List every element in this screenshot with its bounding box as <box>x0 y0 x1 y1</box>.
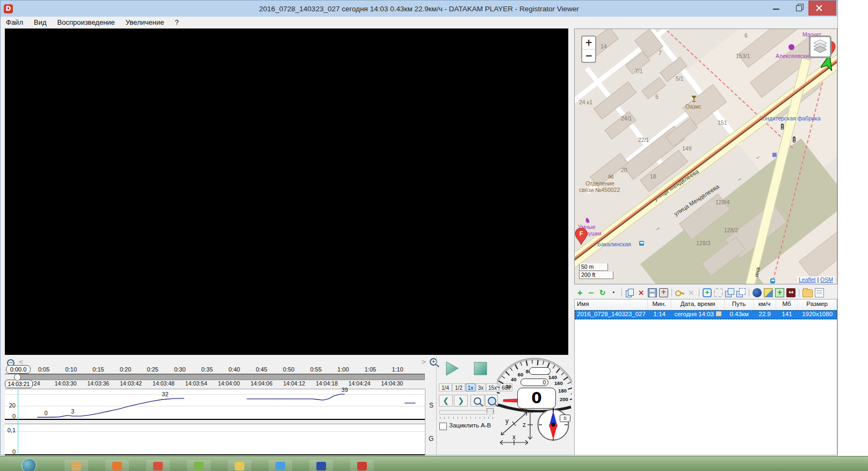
gridline <box>5 431 425 432</box>
gauge-scale-number: 20 <box>505 383 511 389</box>
bar-icon <box>691 95 697 104</box>
time-tick: 0:10 <box>66 366 77 373</box>
time-tick: 0:55 <box>310 366 321 373</box>
map-building <box>666 118 698 147</box>
step-back-button[interactable]: ❮ <box>439 395 453 406</box>
column-header-1[interactable]: Мин. <box>648 299 671 310</box>
timestamp-tick: 14:03:48 <box>153 380 175 387</box>
row-cell-6: 1920x1080 <box>798 310 837 319</box>
start-button[interactable] <box>21 458 37 471</box>
loop-ab-label: Зациклить A-B <box>449 422 491 429</box>
clear-disabled-icon[interactable]: × <box>686 288 696 297</box>
column-header-0[interactable]: Имя <box>575 299 648 310</box>
map-zoom-out-button[interactable]: − <box>582 49 595 62</box>
save-icon[interactable] <box>648 288 657 297</box>
speed-1/2-button[interactable]: 1/2 <box>452 383 465 391</box>
key-icon[interactable] <box>675 288 684 297</box>
graph-scale-slider[interactable] <box>439 410 494 415</box>
refresh-icon[interactable]: ↻ <box>598 288 607 297</box>
timestamp-tick: 14:04:12 <box>283 380 305 387</box>
globe-icon[interactable] <box>753 288 762 297</box>
column-header-5[interactable]: Мб <box>776 299 798 310</box>
step-forward-button[interactable]: ❯ <box>454 395 468 406</box>
menu-item-воспроизведение[interactable]: Воспроизведение <box>52 17 120 28</box>
map-zoom-in-button[interactable]: + <box>582 37 595 49</box>
speed-1x-button[interactable]: 1x <box>466 383 475 391</box>
close-button[interactable] <box>808 1 836 16</box>
folder-icon[interactable] <box>802 289 813 297</box>
loop-ab-checkbox[interactable] <box>439 423 447 430</box>
time-tick: 0:25 <box>147 366 158 373</box>
speed-3x-button[interactable]: 3x <box>476 383 486 391</box>
menu-item-файл[interactable]: Файл <box>1 17 28 28</box>
taskbar-app-icon[interactable] <box>228 460 251 471</box>
taskbar-app-icon[interactable] <box>309 460 333 471</box>
menu-item-?[interactable]: ? <box>169 17 184 28</box>
restore-button[interactable] <box>788 1 809 16</box>
file-row-selected[interactable]: 2016_0728_140323_0271:14сегодня 14:030.4… <box>575 310 837 319</box>
taskbar-app-icon[interactable] <box>187 460 211 471</box>
map[interactable]: ✉ ♞ S F + − 5 <box>574 28 837 284</box>
menu-item-увеличение[interactable]: Увеличение <box>120 17 170 28</box>
remove-icon[interactable]: − <box>587 288 596 297</box>
timeline-ruler[interactable]: 0:050:100:150:200:250:300:350:400:450:50… <box>5 366 425 374</box>
taskbar-app-icon[interactable] <box>105 460 129 471</box>
export-icon[interactable]: ↔ <box>786 288 795 297</box>
taskbar-app-icon[interactable] <box>64 460 88 471</box>
playhead-cursor[interactable] <box>18 389 18 455</box>
osm-link[interactable]: OSM <box>820 276 833 283</box>
gsensor-graph[interactable] <box>5 424 425 455</box>
layers-icon[interactable] <box>725 288 734 297</box>
file-list[interactable]: ИмяМин.Дата, времяПутькм/чМбРазмер 2016_… <box>574 299 837 455</box>
map-label: связи №450022 <box>579 187 620 193</box>
map-label: 24/1 <box>621 115 632 122</box>
add-icon[interactable]: + <box>575 288 584 297</box>
copy-icon[interactable] <box>625 288 634 297</box>
column-header-3[interactable]: Путь <box>725 299 753 310</box>
delete-icon[interactable]: × <box>636 288 646 297</box>
frame-dashed-icon[interactable] <box>714 288 723 297</box>
layers-sel-icon[interactable] <box>736 288 746 297</box>
map-layers-button[interactable] <box>809 35 831 58</box>
timeline-prev-icon[interactable]: < <box>18 359 24 365</box>
timestamp-tick: 14:03:36 <box>88 380 110 387</box>
taskbar-app-icon[interactable] <box>146 460 170 471</box>
row-cell-1: 1:14 <box>648 310 671 319</box>
more-icon[interactable]: · <box>609 288 618 297</box>
speed-1/4-button[interactable]: 1/4 <box>439 383 452 391</box>
column-header-4[interactable]: км/ч <box>754 299 776 310</box>
map-label: 153/1 <box>736 53 750 59</box>
timeline-next-icon[interactable]: > <box>421 359 426 365</box>
g-axis-01: 0,1 <box>5 427 16 433</box>
road-direction-arrow: → <box>653 224 662 232</box>
leaflet-link[interactable]: Leaflet <box>799 276 816 283</box>
stop-button[interactable] <box>474 362 488 376</box>
play-button[interactable] <box>445 361 460 377</box>
map-chart-icon[interactable] <box>764 288 773 297</box>
timeline-progress-bar[interactable] <box>17 374 425 380</box>
speed-chart <box>17 389 425 418</box>
map-add-icon[interactable]: + <box>775 288 784 297</box>
minimize-button[interactable] <box>765 1 787 16</box>
timeline-handle[interactable] <box>14 374 21 381</box>
taskbar-app-icon[interactable] <box>269 460 292 471</box>
graph-zoom-in-button[interactable] <box>485 395 498 406</box>
time-tick: 0:05 <box>38 366 49 373</box>
report-icon[interactable] <box>815 288 824 297</box>
column-header-2[interactable]: Дата, время <box>671 299 725 310</box>
timestamp-tick: 14:04:30 <box>381 380 403 387</box>
video-display <box>5 28 568 355</box>
toolbar-separator <box>699 289 699 297</box>
time-tick: 0:30 <box>174 366 185 373</box>
column-header-6[interactable]: Размер <box>798 299 837 310</box>
graph-zoom-out-button[interactable] <box>471 395 484 406</box>
menu-item-вид[interactable]: Вид <box>28 17 52 28</box>
gauge-scale-number: 160 <box>554 380 563 386</box>
gauge-trip-box <box>529 367 551 375</box>
finish-marker[interactable]: F <box>575 228 588 247</box>
frame-add-icon[interactable]: + <box>703 288 712 297</box>
taskbar-app-icon[interactable] <box>350 460 374 471</box>
speed-graph-label: S <box>429 402 433 409</box>
graph-scale-slider-thumb[interactable] <box>487 408 494 416</box>
medkit-icon[interactable]: + <box>659 288 668 297</box>
